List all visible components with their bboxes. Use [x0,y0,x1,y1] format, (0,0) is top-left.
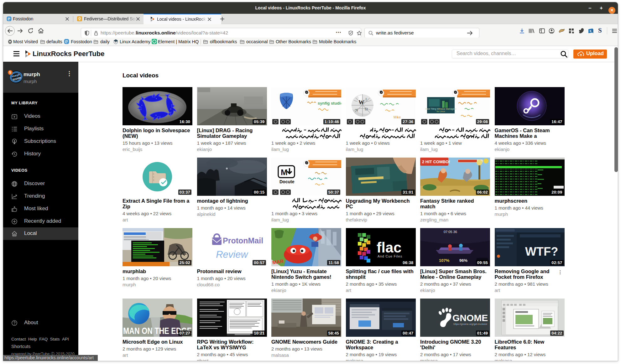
svg-text:2 HIT COMBO!: 2 HIT COMBO! [422,159,450,164]
svg-text:for Linux: for Linux [437,110,445,112]
svg-text:GNOME: GNOME [452,313,488,323]
svg-text:And Cue Files: And Cue Files [378,254,402,258]
svg-text:107%: 107% [439,258,450,263]
svg-text:synfig studio: synfig studio [318,101,341,106]
svg-text:96%: 96% [459,258,467,263]
svg-text:https://gnome.org/get-involved: https://gnome.org/get-involved [453,323,487,325]
svg-text:Best Tiling Window Managers: Best Tiling Window Managers [425,107,457,110]
svg-text:Review: Review [216,249,248,260]
svg-text:Ω: Ω [365,107,368,111]
svg-text:ProtonMail: ProtonMail [223,236,263,245]
svg-text:WTF?: WTF? [525,245,558,258]
svg-text:Mike: Mike [394,115,401,119]
svg-text:flac: flac [377,239,401,256]
svg-text:Docute: Docute [279,179,295,184]
svg-text:N: N [355,108,358,112]
svg-text:M: M [281,168,288,177]
svg-text:s: s [589,29,591,33]
svg-text:Д: Д [365,97,367,101]
svg-text:W: W [358,99,364,106]
svg-text:07:05 36: 07:05 36 [444,230,457,234]
